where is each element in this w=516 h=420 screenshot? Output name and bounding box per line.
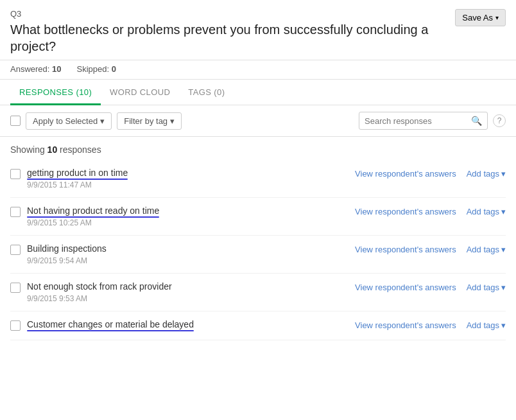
chevron-down-icon: ▾ [501,207,506,216]
response-date: 9/9/2015 10:25 AM [27,218,348,227]
save-as-button[interactable]: Save As ▾ [455,9,506,26]
question-number: Q3 [10,9,506,19]
search-box: 🔍 [359,112,488,130]
stats-bar: Answered: 10 Skipped: 0 [0,60,516,80]
response-actions: View respondent's answers Add tags ▾ [355,169,506,179]
filter-by-tag-button[interactable]: Filter by tag ▾ [117,112,182,130]
table-row: Not enough stock from rack provider 9/9/… [10,274,506,311]
response-text: Not having product ready on time [27,206,159,216]
add-tags-button[interactable]: Add tags ▾ [467,207,506,216]
response-text: Customer changes or material be delayed [27,319,194,329]
response-content: Not having product ready on time 9/9/201… [27,206,348,227]
view-respondent-link[interactable]: View respondent's answers [355,245,456,254]
response-actions: View respondent's answers Add tags ▾ [355,320,506,330]
response-checkbox[interactable] [10,245,21,255]
view-respondent-link[interactable]: View respondent's answers [355,207,456,216]
select-all-checkbox[interactable] [10,116,21,126]
table-row: getting product in on time 9/9/2015 11:4… [10,160,506,198]
apply-to-selected-button[interactable]: Apply to Selected ▾ [26,112,112,130]
toolbar: Apply to Selected ▾ Filter by tag ▾ 🔍 ? [0,105,516,137]
chevron-down-icon: ▾ [501,245,506,254]
add-tags-button[interactable]: Add tags ▾ [467,283,506,292]
response-content: getting product in on time 9/9/2015 11:4… [27,168,348,189]
response-checkbox[interactable] [10,283,21,293]
response-list: getting product in on time 9/9/2015 11:4… [0,160,516,340]
tab-tags[interactable]: TAGS (0) [179,80,234,105]
chevron-down-icon: ▾ [170,116,175,126]
table-row: Building inspections 9/9/2015 9:54 AM Vi… [10,236,506,274]
chevron-down-icon: ▾ [501,169,506,179]
search-input[interactable] [365,116,467,126]
search-area: 🔍 ? [359,112,506,130]
view-respondent-link[interactable]: View respondent's answers [355,169,456,179]
help-icon[interactable]: ? [493,114,506,127]
table-row: Not having product ready on time 9/9/201… [10,198,506,236]
response-actions: View respondent's answers Add tags ▾ [355,283,506,292]
chevron-down-icon: ▾ [495,14,499,21]
tab-word-cloud[interactable]: WORD CLOUD [101,80,179,105]
table-row: Customer changes or material be delayed … [10,311,506,340]
view-respondent-link[interactable]: View respondent's answers [355,283,456,292]
view-respondent-link[interactable]: View respondent's answers [355,320,456,330]
response-content: Not enough stock from rack provider 9/9/… [27,281,348,303]
response-checkbox[interactable] [10,169,21,179]
response-actions: View respondent's answers Add tags ▾ [355,207,506,216]
chevron-down-icon: ▾ [501,320,506,330]
response-date: 9/9/2015 11:47 AM [27,180,348,189]
add-tags-button[interactable]: Add tags ▾ [467,169,506,179]
response-content: Building inspections 9/9/2015 9:54 AM [27,243,348,265]
chevron-down-icon: ▾ [100,116,105,126]
response-text: Building inspections [27,243,107,254]
response-checkbox[interactable] [10,207,21,217]
search-icon: 🔍 [471,116,482,126]
response-text: getting product in on time [27,168,128,178]
response-date: 9/9/2015 9:53 AM [27,294,348,303]
skipped-stat: Skipped: 0 [77,64,116,74]
tab-responses[interactable]: RESPONSES (10) [10,80,101,105]
response-checkbox[interactable] [10,320,21,331]
save-as-label: Save As [462,13,493,22]
question-title: What bottlenecks or problems prevent you… [10,21,472,55]
answered-stat: Answered: 10 [10,64,62,74]
response-actions: View respondent's answers Add tags ▾ [355,245,506,254]
response-date: 9/9/2015 9:54 AM [27,256,348,265]
tab-bar: RESPONSES (10) WORD CLOUD TAGS (0) [0,80,516,105]
response-text: Not enough stock from rack provider [27,281,172,292]
add-tags-button[interactable]: Add tags ▾ [467,245,506,254]
showing-text: Showing 10 responses [0,137,516,160]
response-content: Customer changes or material be delayed [27,319,348,332]
page-header: Q3 What bottlenecks or problems prevent … [0,0,516,60]
add-tags-button[interactable]: Add tags ▾ [467,320,506,330]
chevron-down-icon: ▾ [501,283,506,292]
